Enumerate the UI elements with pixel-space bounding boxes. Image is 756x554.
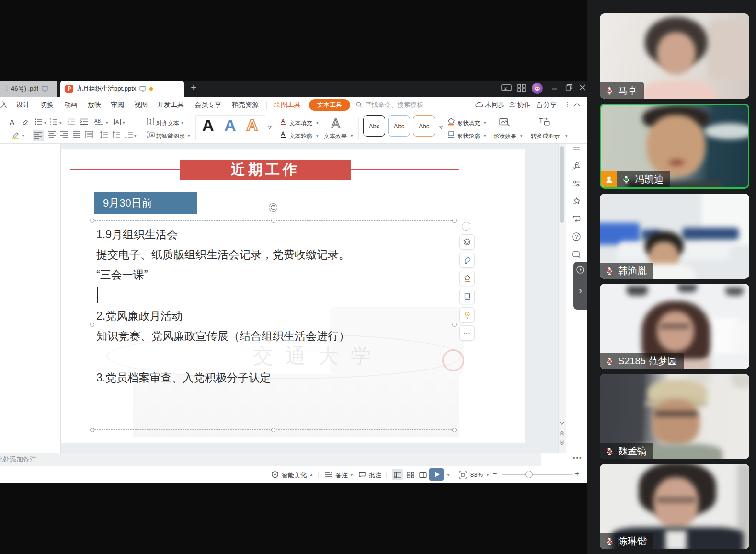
smart-graphic-label[interactable]: 转智能图形 [156,132,185,140]
collapse-ribbon-icon[interactable] [574,103,580,107]
font-preset-orange-outline[interactable]: A [246,116,258,135]
layer-order-button[interactable] [459,234,475,250]
scroll-down-icon[interactable] [559,421,565,426]
more-menu-icon[interactable]: ⋮ [564,101,571,108]
normal-view-button[interactable] [392,469,403,480]
slide-page[interactable]: 交通大学 近期工作 9月30日前 1.9月组织生活会 提交电子、纸质版组织生活会… [61,149,525,443]
numbered-list-icon[interactable]: 123 [50,118,58,126]
zoom-out-button[interactable]: − [493,470,497,478]
align-text-icon[interactable] [147,118,154,126]
resize-handle[interactable] [90,323,94,327]
text-effects-label[interactable]: 文本效果 [324,132,347,140]
body-line[interactable]: “三会一课” [96,267,148,282]
shape-fill-label[interactable]: 形状填充 [457,119,480,127]
adjust-settings-icon[interactable] [572,179,581,188]
rail-drag-handle[interactable] [573,147,580,148]
replay-loop-icon[interactable] [572,214,581,224]
align-center-icon[interactable] [47,131,56,138]
reading-view-button[interactable] [417,469,428,480]
body-line[interactable]: 3.党员档案审查、入党积极分子认定 [96,370,271,385]
menu-docer[interactable]: 稻壳资源 [232,101,259,109]
paragraph-space-below-icon[interactable] [125,131,133,138]
new-tab-button[interactable]: + [188,82,199,94]
zoom-slider-track[interactable] [502,474,572,475]
align-right-icon[interactable] [60,131,69,138]
more-options-dots[interactable]: ••• [573,454,583,462]
slide-sorter-view-button[interactable] [405,469,416,480]
body-line[interactable]: 提交电子、纸质版组织生活会记录，党费收缴记录。 [96,247,350,262]
decrease-font-icon[interactable]: A⁻ [10,118,18,127]
convert-diagram-label[interactable]: 转换成图示 [531,132,560,140]
sticker-assistant-icon[interactable] [572,250,581,259]
account-avatar[interactable] [532,83,543,94]
menu-slideshow[interactable]: 放映 [88,101,101,109]
menu-membership[interactable]: 会员专享 [195,101,221,109]
body-line[interactable]: 2.党风廉政月活动 [96,309,183,323]
font-preset-blue[interactable]: A [224,116,236,135]
fit-to-window-icon[interactable] [459,471,467,479]
eraser-icon[interactable] [21,118,29,126]
text-fill-icon[interactable]: A [280,118,287,126]
shape-style-black[interactable]: Abc [363,115,385,137]
help-icon[interactable]: ? [572,232,581,242]
participant-tile[interactable]: S2185 范梦园 [600,284,749,369]
participant-tile[interactable]: 马卓 [600,13,749,99]
align-text-label[interactable]: 对齐文本 [156,119,179,127]
shape-style-blue[interactable]: Abc [388,115,410,137]
text-direction-icon[interactable]: A [113,118,122,126]
share-label[interactable]: 分享 [543,101,557,109]
slide-title-banner[interactable]: 近期工作 [180,160,351,180]
sync-status-label[interactable]: 未同步 [485,101,505,109]
menu-drawing-tools[interactable]: 绘图工具 [274,101,301,109]
shape-outline-label[interactable]: 形状轮廓 [457,132,480,140]
character-spacing-icon[interactable]: AB [94,118,104,126]
menu-developer[interactable]: 开发工具 [157,101,184,109]
shape-fill-button[interactable] [459,271,475,286]
menu-insert[interactable]: 插入 [0,101,7,109]
menu-text-tools-active[interactable]: 文本工具 [309,99,350,111]
participant-tile[interactable]: 魏孟镐 [600,374,749,459]
shape-fill-icon[interactable] [447,118,455,126]
align-left-button-active[interactable] [33,130,44,141]
gallery-more-icon[interactable] [267,125,272,129]
scrollbar-thumb[interactable] [560,146,564,223]
menu-animation[interactable]: 动画 [64,101,78,109]
shape-effects-label[interactable]: 形状效果 [493,132,516,140]
shape-outline-icon[interactable] [447,131,455,138]
paragraph-space-above-icon[interactable] [112,131,121,138]
menu-design[interactable]: 设计 [16,101,30,109]
zoom-level-value[interactable]: 83% [470,471,483,478]
text-fill-label[interactable]: 文本填充 [289,119,312,127]
slide-thumbnail-panel[interactable] [0,144,61,453]
menu-review[interactable]: 审阅 [111,101,124,109]
align-justify-icon[interactable] [72,131,81,138]
minimize-button[interactable] [551,85,558,92]
workspace-grid-icon[interactable] [517,84,526,92]
line-spacing-icon[interactable] [100,131,108,138]
date-tag[interactable]: 9月30日前 [94,192,197,214]
resize-handle[interactable] [452,323,457,327]
effects-star-icon[interactable] [572,196,581,206]
more-tools-button[interactable]: ⋯ [459,325,475,341]
participant-tile[interactable]: 陈琳锴 [600,464,749,549]
collapse-tools-button[interactable]: − [462,222,470,231]
comments-button[interactable]: 批注 [369,471,381,480]
notes-button[interactable]: 备注 [335,471,348,480]
resize-handle[interactable] [90,428,94,432]
rotate-handle[interactable] [269,203,277,212]
zoom-slider-knob[interactable] [525,471,533,478]
quick-tools-rocket-icon[interactable] [572,161,581,171]
slideshow-play-button[interactable] [429,468,444,481]
resize-handle[interactable] [452,219,457,223]
previous-slide-button[interactable] [559,430,565,436]
convert-diagram-icon[interactable]: T [538,116,550,127]
bullet-list-icon[interactable] [34,118,43,126]
decrease-indent-icon[interactable] [67,118,76,126]
assistant-panel-toggle[interactable]: › [573,262,587,310]
command-search-input[interactable]: 查找命令、搜索模板 [365,101,424,109]
presentation-display-icon[interactable]: 2 [501,84,512,92]
notes-bar[interactable]: 此处添加备注 [0,453,541,466]
document-tab-pdf[interactable]: 〕46号) .pdf [0,81,57,97]
smart-beautify-button[interactable]: 智能美化 [282,471,307,480]
restore-button[interactable] [565,84,573,91]
